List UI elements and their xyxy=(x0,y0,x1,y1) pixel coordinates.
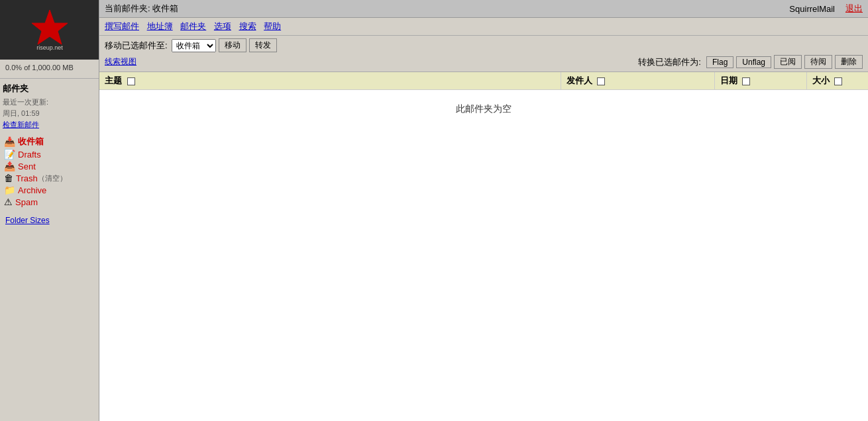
col-subject-header[interactable]: 主题 xyxy=(99,72,561,90)
squirrelmail-link[interactable]: SquirrelMail xyxy=(789,4,835,14)
col-size-header[interactable]: 大小 xyxy=(806,72,868,90)
folder-section: 邮件夹 最近一次更新: 周日, 01:59 检查新邮件 📥 收件箱 📝 Draf… xyxy=(0,79,99,230)
flag-button[interactable]: Flag xyxy=(706,56,733,68)
logo-area: riseup.net xyxy=(0,0,99,60)
last-update-time: 周日, 01:59 xyxy=(3,109,96,118)
current-folder-name: 收件箱 xyxy=(152,3,178,13)
empty-inbox-message: 此邮件夹为空 xyxy=(99,90,868,129)
sidebar-item-inbox[interactable]: 📥 收件箱 xyxy=(3,135,96,148)
nav-folders[interactable]: 邮件夹 xyxy=(180,21,206,31)
sidebar-storage-info: 0.0% of 1,000.00 MB xyxy=(0,60,99,79)
folder-heading: 邮件夹 xyxy=(3,83,96,95)
sidebar: riseup.net 0.0% of 1,000.00 MB 邮件夹 最近一次更… xyxy=(0,0,99,421)
right-actions: 转换已选邮件为: Flag Unflag 已阅 待阅 删除 xyxy=(638,55,863,69)
sidebar-item-sent[interactable]: 📤 Sent xyxy=(3,160,96,172)
sent-link[interactable]: Sent xyxy=(18,162,36,171)
main-content: 当前邮件夹: 收件箱 SquirrelMail 退出 撰写邮件 地址簿 邮件夹 … xyxy=(99,0,868,421)
actions-row-secondary: 线索视图 转换已选邮件为: Flag Unflag 已阅 待阅 删除 xyxy=(105,55,863,69)
trash-link[interactable]: Trash xyxy=(16,173,38,183)
email-table: 主题 发件人 日期 大小 xyxy=(99,72,868,128)
nav-options[interactable]: 选项 xyxy=(214,21,231,31)
archive-link[interactable]: Archive xyxy=(18,185,46,195)
logout-link[interactable]: 退出 xyxy=(845,3,863,15)
riseup-logo: riseup.net xyxy=(13,7,86,53)
actions-row-move: 移动已选邮件至: 收件箱 Drafts Sent Trash Archive S… xyxy=(105,38,863,52)
sent-icon: 📤 xyxy=(4,161,15,171)
inbox-icon: 📥 xyxy=(4,136,15,147)
move-label: 移动已选邮件至: xyxy=(105,40,168,52)
sidebar-item-trash[interactable]: 🗑 Trash （清空） xyxy=(3,172,96,184)
empty-inbox-row: 此邮件夹为空 xyxy=(99,90,868,129)
sidebar-item-spam[interactable]: ⚠ Spam xyxy=(3,196,96,208)
archive-icon: 📁 xyxy=(4,185,15,195)
navbar: 撰写邮件 地址簿 邮件夹 选项 搜索 帮助 xyxy=(99,18,868,36)
unflag-button[interactable]: Unflag xyxy=(736,56,771,68)
read-button[interactable]: 已阅 xyxy=(774,55,802,69)
actions-bar: 移动已选邮件至: 收件箱 Drafts Sent Trash Archive S… xyxy=(99,36,868,72)
spam-link[interactable]: Spam xyxy=(15,197,38,207)
drafts-icon: 📝 xyxy=(4,149,15,160)
trash-empty-link[interactable]: （清空） xyxy=(38,173,67,183)
size-checkbox[interactable] xyxy=(834,77,842,85)
move-button[interactable]: 移动 xyxy=(219,38,246,52)
nav-help[interactable]: 帮助 xyxy=(264,21,281,31)
col-date-header[interactable]: 日期 xyxy=(714,72,806,90)
check-new-link[interactable]: 检查新邮件 xyxy=(3,120,96,130)
sender-checkbox[interactable] xyxy=(597,77,605,85)
folder-sizes-link[interactable]: Folder Sizes xyxy=(3,214,96,226)
email-table-body: 此邮件夹为空 xyxy=(99,90,868,129)
email-section: 主题 发件人 日期 大小 xyxy=(99,72,868,421)
subject-checkbox[interactable] xyxy=(127,77,135,85)
delete-button[interactable]: 删除 xyxy=(835,55,863,69)
inbox-link[interactable]: 收件箱 xyxy=(18,136,44,148)
folder-select[interactable]: 收件箱 Drafts Sent Trash Archive Spam xyxy=(172,39,216,52)
storage-label: 0.0% of 1,000.00 MB xyxy=(5,64,93,71)
sidebar-item-drafts[interactable]: 📝 Drafts xyxy=(3,148,96,160)
col-sender-header[interactable]: 发件人 xyxy=(561,72,714,90)
unread-button[interactable]: 待阅 xyxy=(804,55,832,69)
thread-view-link[interactable]: 线索视图 xyxy=(105,56,136,68)
current-folder-label: 当前邮件夹: 收件箱 xyxy=(105,3,178,15)
date-checkbox[interactable] xyxy=(742,77,750,85)
email-table-header: 主题 发件人 日期 大小 xyxy=(99,72,868,90)
svg-text:riseup.net: riseup.net xyxy=(36,44,63,51)
last-update-label: 最近一次更新: xyxy=(3,97,96,107)
nav-compose[interactable]: 撰写邮件 xyxy=(105,21,139,31)
transform-label: 转换已选邮件为: xyxy=(638,56,701,68)
forward-button[interactable]: 转发 xyxy=(249,38,277,52)
nav-search[interactable]: 搜索 xyxy=(239,21,256,31)
drafts-link[interactable]: Drafts xyxy=(18,150,41,160)
topbar-right: SquirrelMail 退出 xyxy=(789,3,863,15)
spam-icon: ⚠ xyxy=(4,197,13,207)
nav-addressbook[interactable]: 地址簿 xyxy=(147,21,173,31)
sidebar-item-archive[interactable]: 📁 Archive xyxy=(3,184,96,196)
topbar: 当前邮件夹: 收件箱 SquirrelMail 退出 xyxy=(99,0,868,18)
trash-icon: 🗑 xyxy=(4,173,13,183)
